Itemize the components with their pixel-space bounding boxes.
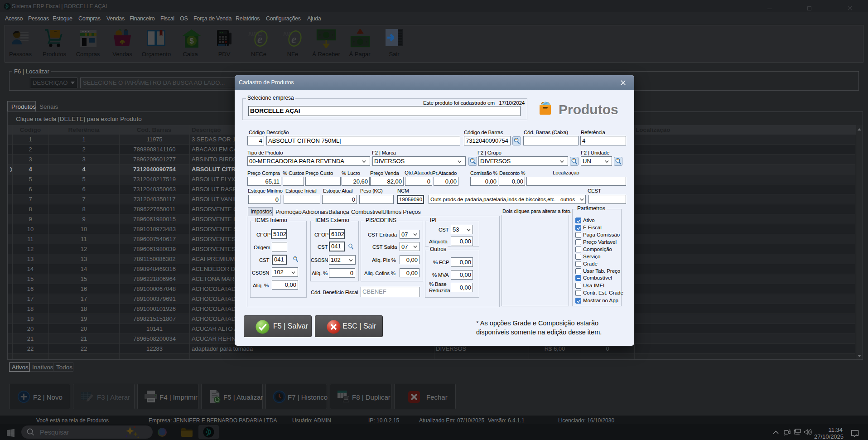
svg-text:e: e — [257, 33, 263, 46]
svg-text:e: e — [291, 33, 297, 46]
svg-text:$: $ — [189, 37, 194, 45]
